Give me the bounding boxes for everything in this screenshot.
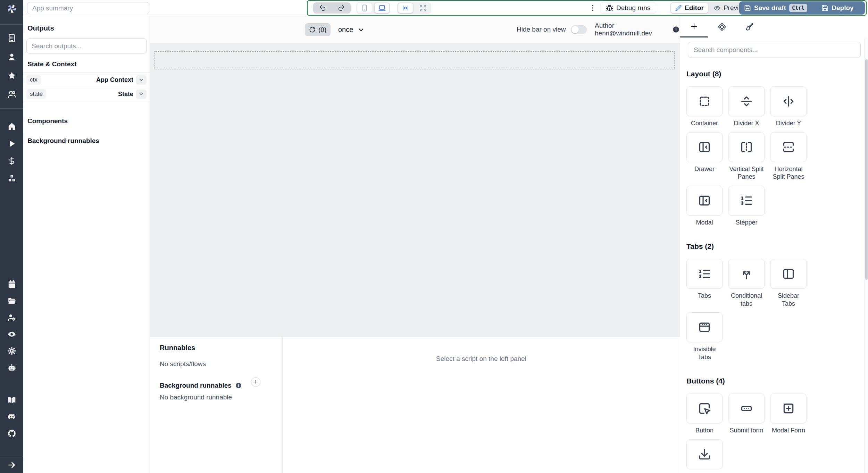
bug-icon xyxy=(606,5,613,12)
canvas-drop-zone[interactable] xyxy=(155,51,675,69)
component-card[interactable] xyxy=(728,132,765,162)
component-card[interactable] xyxy=(770,86,807,116)
component-button[interactable]: Button xyxy=(686,394,723,434)
divider-y-icon xyxy=(782,95,795,108)
align-center-icon xyxy=(402,4,409,12)
component-card[interactable] xyxy=(728,86,765,116)
debug-runs-label: Debug runs xyxy=(616,4,650,12)
component-card[interactable] xyxy=(770,394,807,423)
component-container[interactable]: Container xyxy=(686,86,723,127)
info-icon[interactable] xyxy=(235,382,242,389)
editor-toolbar: Debug runs Editor Preview Save draft Ctr… xyxy=(307,0,867,16)
component-label: Divider Y xyxy=(776,119,801,127)
sidebar-item-dollar-sign[interactable] xyxy=(0,152,23,170)
more-menu-button[interactable] xyxy=(587,1,598,15)
tab-styling[interactable] xyxy=(736,16,763,37)
sidebar-item-book-open[interactable] xyxy=(0,392,23,408)
mobile-view-button[interactable] xyxy=(357,3,372,13)
component-submit-form[interactable]: Submit form xyxy=(728,394,765,434)
expand-output-button[interactable] xyxy=(136,90,147,99)
app-canvas[interactable] xyxy=(150,43,680,337)
sidebar-item-user[interactable] xyxy=(0,48,23,66)
component-tabs[interactable]: Tabs xyxy=(686,259,723,307)
state-row-state[interactable]: stateState xyxy=(23,87,150,101)
editor-tab-button[interactable]: Editor xyxy=(671,3,708,13)
redo-button[interactable] xyxy=(332,2,351,14)
component-card[interactable] xyxy=(686,86,723,116)
component-card[interactable] xyxy=(686,259,723,289)
calendar-icon xyxy=(7,280,16,289)
component-label: Divider X xyxy=(734,119,759,127)
component-drawer[interactable]: Drawer xyxy=(686,132,723,181)
debug-runs-button[interactable]: Debug runs xyxy=(600,2,656,14)
runnables-list: Runnables No scripts/flows Background ru… xyxy=(150,337,283,473)
sidebar-item-home[interactable] xyxy=(0,118,23,135)
expand-output-button[interactable] xyxy=(136,75,147,85)
container-icon xyxy=(698,95,711,108)
sidebar-item-users[interactable] xyxy=(0,85,23,104)
desktop-view-button[interactable] xyxy=(374,3,390,13)
component-divider-y[interactable]: Divider Y xyxy=(770,86,807,127)
paintbrush-icon xyxy=(745,23,754,31)
search-outputs-input[interactable] xyxy=(26,39,147,53)
sidebar-item-discord[interactable] xyxy=(0,408,23,425)
hide-bar-toggle[interactable] xyxy=(571,25,587,34)
sidebar-item-bot[interactable] xyxy=(0,359,23,376)
sidebar-item-eye[interactable] xyxy=(0,326,23,343)
component-modal-form[interactable]: Modal Form xyxy=(770,394,807,434)
component-card[interactable] xyxy=(686,132,723,162)
component-card[interactable] xyxy=(728,186,765,216)
tab-component-settings[interactable] xyxy=(708,16,736,37)
component-divider-x[interactable]: Divider X xyxy=(728,86,765,127)
component-card[interactable] xyxy=(686,186,723,216)
refresh-icon xyxy=(309,26,316,33)
sidebar-item-folder-open[interactable] xyxy=(0,293,23,309)
component-download-button[interactable]: Download Button xyxy=(686,439,723,473)
refresh-mode-value: once xyxy=(338,26,353,34)
sidebar-item-building[interactable] xyxy=(0,29,23,48)
add-background-runnable-button[interactable] xyxy=(251,377,260,387)
search-components-input[interactable] xyxy=(688,42,861,58)
component-card[interactable] xyxy=(770,132,807,162)
sidebar-item-play[interactable] xyxy=(0,135,23,152)
component-conditional-tabs[interactable]: Conditional tabs xyxy=(728,259,765,307)
refresh-count-button[interactable]: (0) xyxy=(305,23,331,36)
component-card[interactable] xyxy=(686,394,723,423)
component-hsplit[interactable]: Horizontal Split Panes xyxy=(770,132,807,181)
outputs-panel: Outputs State & Context ctxApp Contextst… xyxy=(23,16,150,473)
arrow-right-icon xyxy=(7,461,16,470)
deploy-button[interactable]: Deploy xyxy=(810,1,865,15)
component-card[interactable] xyxy=(728,394,765,423)
invisible-tabs-icon xyxy=(698,321,711,334)
component-sidebar-tabs[interactable]: Sidebar Tabs xyxy=(770,259,807,307)
sidebar-item-calendar[interactable] xyxy=(0,276,23,293)
sidebar-item-boxes[interactable] xyxy=(0,170,23,187)
app-summary-input[interactable] xyxy=(27,2,149,14)
bug-icon xyxy=(606,5,613,12)
fullwidth-button[interactable] xyxy=(415,3,431,13)
component-card[interactable] xyxy=(770,259,807,289)
component-modal[interactable]: Modal xyxy=(686,186,723,227)
info-icon[interactable] xyxy=(672,26,680,33)
sidebar-expand-button[interactable] xyxy=(0,456,23,470)
sidebar-item-star[interactable] xyxy=(0,66,23,85)
component-card[interactable] xyxy=(686,312,723,342)
tab-insert-component[interactable] xyxy=(680,16,708,37)
component-section-title: Tabs (2) xyxy=(686,242,862,251)
component-card[interactable] xyxy=(728,259,765,289)
component-card[interactable] xyxy=(686,439,723,469)
center-content-button[interactable] xyxy=(398,3,413,13)
component-invisible-tabs[interactable]: Invisible Tabs xyxy=(686,312,723,361)
sidebar-item-github[interactable] xyxy=(0,425,23,442)
scrollbar-thumb[interactable] xyxy=(865,59,868,280)
state-row-ctx[interactable]: ctxApp Context xyxy=(23,73,150,87)
windmill-logo[interactable] xyxy=(0,0,23,25)
sidebar-item-users-cog[interactable] xyxy=(0,309,23,326)
refresh-mode-dropdown[interactable]: once xyxy=(338,23,365,36)
undo-button[interactable] xyxy=(313,2,332,14)
sidebar-group-main xyxy=(0,118,23,187)
component-stepper[interactable]: Stepper xyxy=(728,186,765,227)
component-vsplit[interactable]: Vertical Split Panes xyxy=(728,132,765,181)
sidebar-item-settings[interactable] xyxy=(0,343,23,359)
scrollbar-track[interactable] xyxy=(865,37,868,473)
